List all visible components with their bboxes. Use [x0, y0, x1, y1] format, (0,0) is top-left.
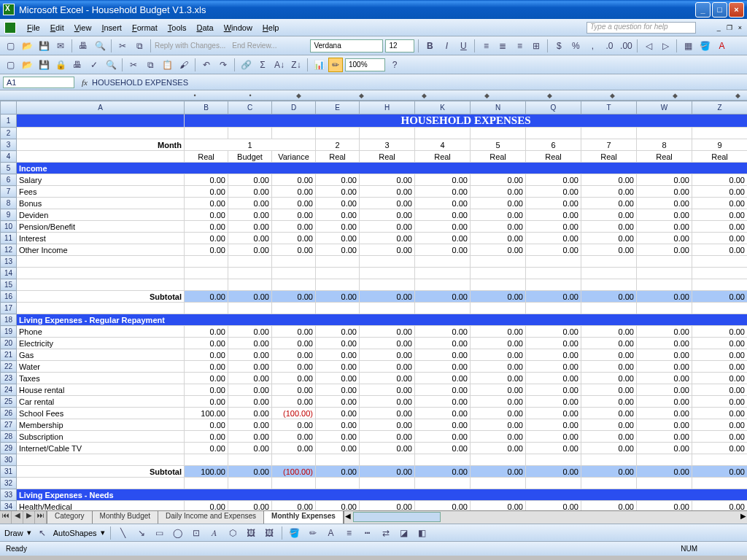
close-button[interactable]: × — [729, 2, 744, 18]
row-header-8[interactable]: 8 — [1, 198, 17, 209]
row-header-28[interactable]: 28 — [1, 431, 17, 443]
row-header-14[interactable]: 14 — [1, 268, 17, 279]
menu-edit[interactable]: Edit — [45, 22, 69, 34]
borders-icon[interactable]: ▦ — [681, 39, 695, 53]
row-header-26[interactable]: 26 — [1, 408, 17, 419]
font-color-icon-2[interactable]: A — [324, 526, 338, 540]
tab-nav[interactable]: ⏮ ◀ ▶ ⏭ — [0, 511, 47, 524]
cut-icon[interactable]: ✂ — [115, 39, 130, 53]
research-icon[interactable]: 🔍 — [104, 58, 118, 72]
row-header-19[interactable]: 19 — [1, 326, 17, 338]
menu-file[interactable]: File — [22, 22, 45, 34]
row-header-16[interactable]: 16 — [1, 291, 17, 303]
textbox-icon[interactable]: ⊡ — [189, 526, 204, 540]
oval-icon[interactable]: ◯ — [171, 526, 185, 540]
currency-icon[interactable]: $ — [551, 39, 566, 53]
bold-button[interactable]: B — [422, 39, 437, 53]
row-header-20[interactable]: 20 — [1, 338, 17, 349]
row-header-24[interactable]: 24 — [1, 384, 17, 396]
row-header-15[interactable]: 15 — [1, 279, 17, 291]
formula-text[interactable]: HOUSEHOLD EXPENSES — [92, 78, 188, 87]
row-header-23[interactable]: 23 — [1, 373, 17, 384]
save-icon[interactable]: 💾 — [36, 39, 51, 53]
italic-button[interactable]: I — [439, 39, 454, 53]
doc-close-icon[interactable]: × — [736, 23, 744, 32]
chart-icon[interactable]: 📊 — [311, 58, 326, 72]
copy-icon-2[interactable]: ⧉ — [143, 58, 158, 72]
spell-icon[interactable]: ✓ — [87, 58, 101, 72]
new-icon-2[interactable]: ▢ — [3, 58, 18, 72]
comma-icon[interactable]: , — [585, 39, 600, 53]
arrow-icon[interactable]: ↘ — [134, 526, 149, 540]
name-box[interactable]: A1 — [3, 77, 74, 88]
sheet-tab-monthly-budget[interactable]: Monthly Budget — [93, 511, 159, 524]
autoshapes-menu[interactable]: AutoShapes — [53, 529, 97, 537]
dec-indent-icon[interactable]: ◁ — [641, 39, 656, 53]
drawing-icon[interactable]: ✏ — [328, 58, 343, 72]
col-header-N[interactable]: N — [471, 101, 526, 114]
minimize-button[interactable]: _ — [695, 2, 711, 18]
menu-view[interactable]: View — [69, 22, 97, 34]
row-header-6[interactable]: 6 — [1, 174, 17, 186]
autosum-icon[interactable]: Σ — [255, 58, 270, 72]
draw-menu[interactable]: Draw — [4, 529, 23, 537]
row-header-5[interactable]: 5 — [1, 163, 17, 174]
row-header-7[interactable]: 7 — [1, 186, 17, 198]
row-header-31[interactable]: 31 — [1, 466, 17, 478]
fx-icon[interactable]: fx — [82, 78, 88, 87]
row-header-21[interactable]: 21 — [1, 349, 17, 361]
wordart-icon[interactable]: 𝐴 — [207, 526, 222, 540]
inc-indent-icon[interactable]: ▷ — [658, 39, 673, 53]
row-header-22[interactable]: 22 — [1, 361, 17, 373]
new-icon[interactable]: ▢ — [3, 39, 18, 53]
row-header-32[interactable]: 32 — [1, 478, 17, 489]
fill-color-icon[interactable]: 🪣 — [697, 39, 712, 53]
row-header-4[interactable]: 4 — [1, 151, 17, 163]
cut-icon-2[interactable]: ✂ — [126, 58, 141, 72]
row-header-34[interactable]: 34 — [1, 501, 17, 511]
menu-tools[interactable]: Tools — [163, 22, 192, 34]
picture-icon[interactable]: 🖼 — [262, 526, 276, 540]
font-size-select[interactable]: 12 — [385, 39, 414, 52]
sheet-tab-monthly-expenses[interactable]: Monthly Expenses — [264, 511, 344, 524]
last-tab-icon[interactable]: ⏭ — [35, 511, 47, 524]
redo-icon[interactable]: ↷ — [216, 58, 231, 72]
menu-help[interactable]: Help — [258, 22, 285, 34]
next-tab-icon[interactable]: ▶ — [23, 511, 35, 524]
help-icon[interactable]: ? — [387, 58, 402, 72]
menu-data[interactable]: Data — [191, 22, 218, 34]
section-living-needs[interactable]: Living Expenses - Needs — [17, 489, 748, 501]
sheet-tab-daily-income-and-expenses[interactable]: Daily Income and Expenses — [158, 511, 264, 524]
open-icon-2[interactable]: 📂 — [20, 58, 34, 72]
col-header-A[interactable]: A — [17, 101, 185, 114]
row-header-12[interactable]: 12 — [1, 244, 17, 256]
rect-icon[interactable]: ▭ — [152, 526, 167, 540]
col-header-W[interactable]: W — [637, 101, 692, 114]
align-right-icon[interactable]: ≡ — [512, 39, 527, 53]
row-header-1[interactable]: 1 — [1, 114, 17, 128]
row-header-2[interactable]: 2 — [1, 128, 17, 139]
line-color-icon[interactable]: ✏ — [306, 526, 320, 540]
doc-minimize-icon[interactable]: _ — [715, 23, 723, 32]
font-name-select[interactable]: Verdana — [310, 39, 383, 52]
row-header-30[interactable]: 30 — [1, 454, 17, 466]
doc-restore-icon[interactable]: ❐ — [724, 23, 735, 32]
spreadsheet-grid[interactable]: ABCDEHKNQTWZ1HOUSEHOLD EXPENSES23Month12… — [0, 101, 747, 510]
row-header-10[interactable]: 10 — [1, 221, 17, 233]
open-icon[interactable]: 📂 — [20, 39, 34, 53]
print-icon-2[interactable]: 🖶 — [70, 58, 85, 72]
preview-icon[interactable]: 🔍 — [93, 39, 107, 53]
align-center-icon[interactable]: ≣ — [495, 39, 510, 53]
menu-window[interactable]: Window — [219, 22, 258, 34]
font-color-icon[interactable]: A — [714, 39, 729, 53]
align-left-icon[interactable]: ≡ — [479, 39, 493, 53]
row-header-18[interactable]: 18 — [1, 314, 17, 326]
pointer-icon[interactable]: ↖ — [35, 526, 50, 540]
save-icon-2[interactable]: 💾 — [36, 58, 51, 72]
dash-icon[interactable]: ┅ — [360, 526, 375, 540]
section-living-regular[interactable]: Living Expenses - Regular Repayment — [17, 314, 748, 326]
sort-asc-icon[interactable]: A↓ — [272, 58, 287, 72]
format-painter-icon[interactable]: 🖌 — [177, 58, 191, 72]
permission-icon[interactable]: 🔒 — [53, 58, 68, 72]
menu-format[interactable]: Format — [127, 22, 163, 34]
